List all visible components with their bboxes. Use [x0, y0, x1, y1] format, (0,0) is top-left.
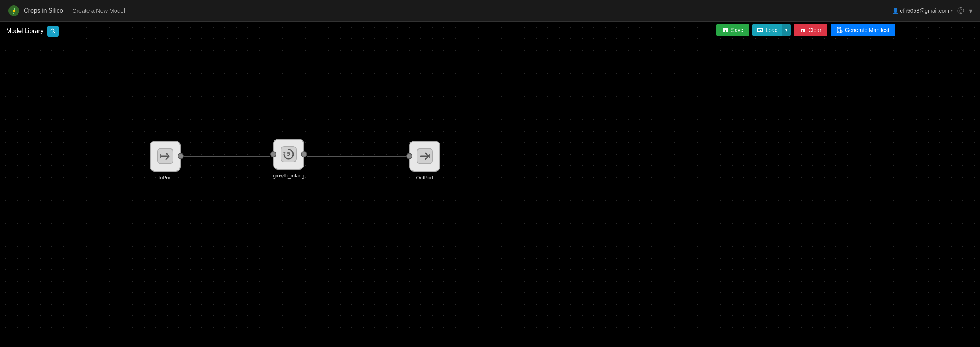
help-icon[interactable]: ⓪: [957, 6, 964, 15]
load-button-group: Load ▾: [752, 24, 791, 36]
outport-node-label: OutPort: [416, 175, 434, 180]
load-dropdown-button[interactable]: ▾: [782, 24, 791, 36]
inport-node-box[interactable]: [150, 141, 181, 172]
inport-icon: [156, 147, 174, 165]
growth-mlang-left-port[interactable]: [270, 151, 276, 157]
growth-mlang-right-port[interactable]: [301, 151, 307, 157]
model-library-label: Model Library: [6, 28, 43, 35]
model-library-bar: Model Library: [0, 22, 65, 41]
manifest-icon: [837, 27, 843, 33]
canvas[interactable]: InPort 5 growth_mlang: [0, 22, 980, 347]
nav-dropdown-icon[interactable]: ▾: [969, 7, 972, 15]
growth-mlang-node[interactable]: 5 growth_mlang: [273, 139, 304, 179]
brand-name: Crops in Silico: [24, 7, 63, 14]
load-button[interactable]: Load: [752, 24, 782, 36]
svg-rect-14: [429, 154, 430, 158]
growth-mlang-node-label: growth_mlang: [273, 173, 304, 179]
toolbar: Save Load ▾ Clear Generate Manifest: [716, 24, 895, 36]
user-info[interactable]: 👤 cfh5058@gmail.com ▾: [892, 8, 953, 14]
user-dropdown-arrow: ▾: [951, 8, 953, 13]
user-email: cfh5058@gmail.com: [900, 8, 949, 14]
inport-node-label: InPort: [159, 175, 172, 180]
outport-node-box[interactable]: [409, 141, 440, 172]
model-library-search-button[interactable]: [47, 26, 59, 37]
svg-text:5: 5: [287, 151, 290, 157]
manifest-label: Generate Manifest: [845, 27, 889, 33]
user-icon: 👤: [892, 8, 899, 14]
clear-label: Clear: [808, 27, 821, 33]
growth-mlang-icon: 5: [279, 145, 298, 163]
inport-node[interactable]: InPort: [150, 141, 181, 180]
inport-right-port[interactable]: [178, 153, 184, 159]
load-label: Load: [766, 27, 777, 33]
svg-rect-10: [160, 154, 161, 158]
load-dropdown-arrow-icon: ▾: [785, 27, 787, 33]
connections-svg: [0, 22, 980, 347]
load-icon: [757, 27, 763, 33]
growth-mlang-node-box[interactable]: 5: [273, 139, 304, 170]
logo-icon: [8, 5, 20, 17]
outport-icon: [415, 147, 434, 165]
nav-right: 👤 cfh5058@gmail.com ▾ ⓪ ▾: [892, 6, 972, 15]
generate-manifest-button[interactable]: Generate Manifest: [831, 24, 895, 36]
navbar: Crops in Silico Create a New Model 👤 cfh…: [0, 0, 980, 22]
clear-button[interactable]: Clear: [794, 24, 827, 36]
save-icon: [723, 27, 729, 33]
clear-icon: [800, 27, 806, 33]
page-title: Create a New Model: [72, 7, 125, 14]
save-button[interactable]: Save: [716, 24, 749, 36]
save-label: Save: [731, 27, 743, 33]
svg-point-1: [13, 10, 15, 12]
outport-left-port[interactable]: [406, 153, 412, 159]
search-icon: [50, 28, 56, 34]
outport-node[interactable]: OutPort: [409, 141, 440, 180]
svg-line-3: [53, 32, 55, 33]
